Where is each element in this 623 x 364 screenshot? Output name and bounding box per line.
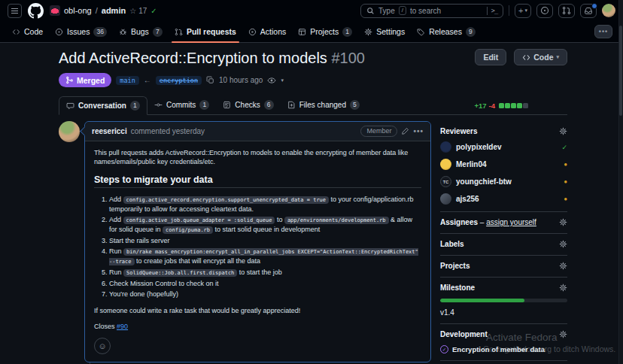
assignees-gear-icon[interactable]	[559, 218, 567, 226]
additions: +17	[474, 102, 486, 110]
inline-code: config.active_job.queue_adapter = :solid…	[123, 217, 275, 224]
pr-tab-checks[interactable]: Checks6	[216, 96, 280, 114]
deletions: -4	[489, 102, 495, 110]
comment-author[interactable]: reesericci	[92, 127, 127, 135]
table-icon	[298, 28, 306, 36]
repo-link[interactable]: admin	[102, 6, 126, 15]
reviewer-name-link[interactable]: youngchief-btw	[456, 177, 512, 186]
pr-tabs: Conversation1Commits1Checks6Files change…	[59, 96, 567, 115]
search-divider	[487, 7, 488, 15]
reviewer-avatar[interactable]: TC	[440, 176, 451, 187]
step-item-1: Add config.active_record.encryption.supp…	[109, 195, 421, 214]
reviewer-avatar[interactable]	[440, 193, 451, 205]
hamburger-menu-button[interactable]	[8, 4, 22, 18]
assignees-title: Assignees – assign yourself	[440, 218, 536, 226]
scrollbar[interactable]	[618, 0, 623, 364]
diff-block-added	[511, 103, 516, 108]
repo-tab-pull-requests[interactable]: Pull requests	[169, 21, 242, 42]
reviewer-name-link[interactable]: polypixeldev	[456, 143, 502, 151]
milestone-gear-icon[interactable]	[559, 284, 567, 292]
review-pending-icon: ●	[564, 161, 567, 168]
step-item-5: Run SolidQueue::Job.all.first.dispatch t…	[109, 268, 421, 278]
review-approved-icon: ✓	[561, 144, 567, 151]
pr-tab-files-changed[interactable]: Files changed5	[281, 96, 366, 114]
org-avatar[interactable]	[50, 5, 60, 16]
steps-list: Add config.active_record.encryption.supp…	[94, 195, 421, 299]
pr-description-comment: reesericci commented yesterday Member ••…	[84, 121, 431, 362]
tab-label: Files changed	[299, 101, 346, 109]
head-branch-label[interactable]: encryption	[156, 76, 202, 85]
add-reaction-button[interactable]: ☺	[94, 338, 111, 354]
repo-tab-bugs[interactable]: Bugs7	[113, 21, 169, 42]
pr-page: Add ActiveRecord::Encryption to models #…	[59, 43, 567, 364]
repo-tab-settings[interactable]: Settings	[358, 21, 411, 42]
pr-tab-conversation[interactable]: Conversation1	[59, 96, 147, 115]
inline-code: SolidQueue::Job.all.first.dispatch	[123, 269, 237, 277]
notifications-inbox-button[interactable]	[580, 4, 597, 18]
commit-status-check-icon[interactable]: ✓	[150, 7, 157, 15]
tab-label: Conversation	[78, 102, 126, 110]
development-gear-icon[interactable]	[559, 330, 567, 338]
tab-label: Releases	[429, 27, 462, 36]
command-palette-icon[interactable]: >_	[491, 7, 497, 14]
reviewer-row: polypixeldev✓	[440, 141, 567, 153]
repo-tab-releases[interactable]: Releases9	[411, 21, 482, 42]
slash-key-hint: /	[399, 6, 406, 15]
search-placeholder-2: to search	[410, 7, 441, 15]
linked-issue[interactable]: ✓ Encryption of member data	[440, 345, 567, 353]
search-input[interactable]: Type / to search >_	[360, 4, 503, 18]
tab-label: Checks	[235, 101, 260, 109]
milestone-progress-fill	[440, 299, 524, 302]
labels-gear-icon[interactable]	[559, 240, 567, 248]
assign-yourself-link[interactable]: assign yourself	[486, 218, 536, 226]
comment-author-avatar[interactable]	[59, 121, 80, 142]
reviewer-avatar[interactable]	[440, 159, 451, 170]
nav-overflow-button[interactable]: •••	[594, 25, 612, 38]
reviewers-gear-icon[interactable]	[559, 127, 567, 135]
search-placeholder: Type	[378, 7, 395, 15]
issue-closed-icon: ✓	[440, 345, 448, 353]
reviewers-title: Reviewers	[440, 127, 477, 135]
closes-issue-link[interactable]: #90	[117, 323, 128, 330]
breadcrumb: obl-ong / admin ☆ 17 ✓	[50, 5, 157, 16]
reviewer-name-link[interactable]: Merlin04	[456, 160, 487, 168]
diff-block-neutral	[523, 103, 528, 108]
base-branch-label[interactable]: main	[116, 76, 138, 85]
create-new-button[interactable]: +▾	[515, 4, 531, 18]
tab-label: Code	[24, 27, 43, 36]
repo-tab-actions[interactable]: Actions	[242, 21, 292, 42]
pr-tab-commits[interactable]: Commits1	[147, 96, 216, 114]
review-pending-icon: ●	[564, 196, 567, 202]
gear-icon	[364, 28, 372, 36]
pull-requests-dashboard-button[interactable]	[558, 4, 575, 18]
inbox-icon	[584, 6, 593, 15]
code-button[interactable]: Code▾	[514, 49, 567, 65]
repo-tab-issues[interactable]: Issues36	[49, 21, 113, 42]
eye-caret-icon[interactable]: ▾	[281, 77, 284, 83]
pencil-icon[interactable]	[401, 127, 409, 135]
eye-icon[interactable]	[267, 76, 276, 85]
reviewer-name-link[interactable]: ajs256	[456, 195, 479, 203]
comment-kebab-icon[interactable]: •••	[413, 127, 424, 135]
header-actions: Type / to search >_ +▾	[360, 4, 615, 18]
reviewer-avatar[interactable]	[440, 141, 451, 153]
diff-blocks	[499, 103, 528, 108]
labels-title: Labels	[440, 240, 464, 248]
global-header: obl-ong / admin ☆ 17 ✓ Type / to search …	[0, 0, 623, 21]
comment-action: commented yesterday	[131, 127, 205, 135]
milestone-name-link[interactable]: v1.4	[440, 308, 454, 317]
edit-button[interactable]: Edit	[475, 49, 506, 65]
copy-icon[interactable]	[206, 76, 214, 84]
development-title: Development	[440, 330, 488, 338]
steps-heading: Steps to migrate your data	[94, 175, 421, 188]
repo-tab-projects[interactable]: Projects1	[292, 21, 358, 42]
github-logo-icon[interactable]	[28, 3, 44, 19]
issues-dashboard-button[interactable]	[536, 4, 553, 18]
issue-opened-icon	[540, 6, 549, 15]
scrollbar-thumb[interactable]	[619, 26, 622, 116]
projects-gear-icon[interactable]	[559, 262, 567, 270]
step-item-2: Add config.active_job.queue_adapter = :s…	[109, 215, 421, 235]
user-avatar[interactable]	[602, 4, 615, 17]
repo-tab-code[interactable]: Code	[6, 21, 49, 42]
org-link[interactable]: obl-ong	[64, 6, 92, 15]
